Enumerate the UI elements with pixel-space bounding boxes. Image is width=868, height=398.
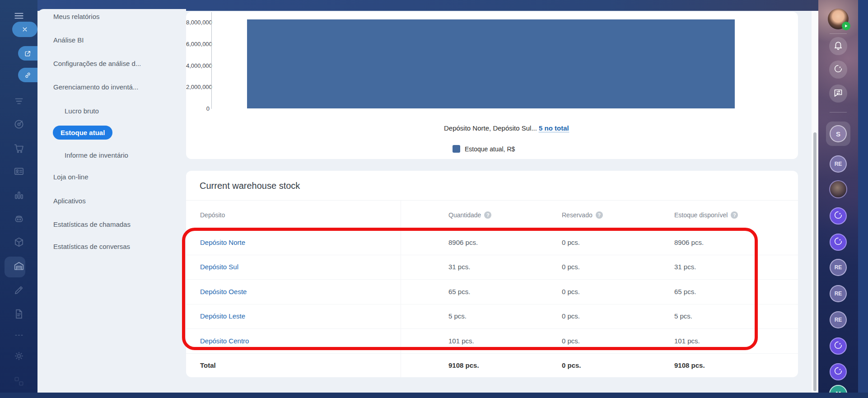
copilot-chat-button[interactable]: [830, 207, 847, 225]
chat-circle-re[interactable]: RE: [830, 285, 847, 302]
chart-legend-item[interactable]: Estoque atual, R$: [453, 145, 515, 153]
chat-circle-re[interactable]: RE: [830, 155, 847, 173]
chat-circle-re[interactable]: RE: [830, 259, 847, 276]
warehouse-link[interactable]: Depósito Oeste: [200, 279, 247, 304]
sidebar-item-estat-sticas-de-chamadas[interactable]: Estatísticas de chamadas: [53, 220, 131, 228]
column-header-quantidade: Quantidade ?: [448, 200, 491, 230]
warehouse-link[interactable]: Depósito Leste: [200, 304, 245, 329]
qty-cell: 8906 pcs.: [448, 230, 478, 255]
chat-circle-wrap[interactable]: RE: [818, 285, 858, 302]
chart-total-link[interactable]: 5 no total: [539, 124, 569, 132]
pinned-chat-box[interactable]: S: [826, 122, 850, 146]
close-button[interactable]: [12, 22, 37, 37]
rail-button-filter[interactable]: [0, 96, 37, 108]
y-axis-tick-label: 2,000,000: [186, 84, 210, 90]
total-label: Total: [200, 353, 216, 377]
copilot-chat-wrap[interactable]: [818, 207, 858, 225]
rail-button-target[interactable]: [0, 119, 37, 131]
bar-chart-icon: [13, 189, 25, 203]
chat-circle-re[interactable]: RE: [830, 311, 847, 328]
external-link-button[interactable]: [18, 46, 37, 61]
copilot-icon: [833, 340, 843, 352]
chat-arrows-icon-wrap[interactable]: [818, 84, 858, 103]
chat-circle-wrap[interactable]: RE: [818, 259, 858, 276]
chat-avatar-wrap[interactable]: [818, 180, 858, 198]
help-icon[interactable]: ?: [484, 211, 491, 219]
copilot-chat-wrap[interactable]: [818, 337, 858, 355]
copilot-chat-wrap[interactable]: [818, 234, 858, 251]
warehouse-link[interactable]: Depósito Centro: [200, 328, 249, 353]
rail-button-id-card[interactable]: [0, 166, 37, 178]
pinned-chat-wrap[interactable]: S: [818, 122, 858, 146]
chart-category-label: Depósito Norte, Depósito Sul...: [444, 124, 537, 132]
sidebar-item-aplicativos[interactable]: Aplicativos: [53, 197, 86, 205]
reserved-cell: 0 pcs.: [562, 328, 580, 353]
content-scrollbar[interactable]: [812, 11, 818, 393]
rail-button-bar-chart[interactable]: [0, 190, 37, 202]
reserved-cell: 0 pcs.: [562, 255, 580, 280]
sidebar-item-meus-relat-rios[interactable]: Meus relatórios: [53, 13, 100, 20]
chat-circle-wrap[interactable]: RE: [818, 311, 858, 328]
rail-button-grid[interactable]: [0, 376, 37, 388]
sidebar-item-an-lise-bi[interactable]: Análise BI: [53, 36, 84, 44]
qty-cell: 5 pcs.: [448, 304, 467, 329]
rail-button-cart[interactable]: [0, 143, 37, 155]
available-cell: 5 pcs.: [674, 304, 692, 329]
rail-button-gear[interactable]: [0, 351, 37, 363]
table-row: Depósito Norte8906 pcs.0 pcs.8906 pcs.: [186, 230, 798, 255]
column-header-reservado: Reservado ?: [562, 200, 603, 230]
help-icon[interactable]: ?: [731, 211, 738, 219]
user-avatar-wrap[interactable]: [818, 9, 858, 29]
stock-value-bar[interactable]: [247, 19, 735, 108]
rail-button-robot[interactable]: [0, 214, 37, 225]
pencil-icon: [13, 284, 25, 298]
sidebar-item-estat-sticas-de-conversas[interactable]: Estatísticas de conversas: [53, 243, 130, 250]
chat-avatar[interactable]: [829, 180, 847, 198]
rail-button-cube[interactable]: [0, 237, 37, 249]
copilot-button[interactable]: [829, 61, 847, 79]
copilot-chat-button[interactable]: [830, 337, 847, 355]
user-avatar[interactable]: [828, 9, 849, 29]
rail-divider: [818, 112, 858, 112]
sidebar-item-configura-es-de-an-lise-d[interactable]: Configurações de análise d...: [53, 60, 141, 67]
sidebar-item-loja-on-line[interactable]: Loja on-line: [53, 173, 89, 181]
warehouse-link[interactable]: Depósito Sul: [200, 255, 238, 280]
legend-label: Estoque atual, R$: [465, 145, 515, 153]
available-cell: 8906 pcs.: [674, 230, 704, 255]
sidebar-item-informe-de-invent-rio[interactable]: Informe de inventário: [65, 151, 128, 159]
copilot-chat-button[interactable]: [830, 363, 847, 380]
column-header-estoque-disponivel: Estoque disponível ?: [674, 200, 738, 230]
cart-icon: [13, 142, 25, 156]
qty-cell: 31 pcs.: [448, 255, 470, 280]
qty-cell: 65 pcs.: [448, 279, 470, 304]
copilot-chat-button[interactable]: [830, 234, 847, 251]
chat-arrows-button[interactable]: [829, 84, 847, 103]
y-axis-tick-label: 8,000,000: [186, 19, 210, 26]
legend-swatch: [453, 145, 460, 153]
rail-button-warehouse[interactable]: [0, 261, 37, 273]
rail-button-dots[interactable]: [0, 330, 37, 342]
rail-button-menu[interactable]: [0, 11, 37, 23]
table-total-row: Total 9108 pcs. 0 pcs. 9108 pcs.: [186, 353, 798, 377]
copilot-chat-wrap[interactable]: [818, 363, 858, 380]
rail-button-pencil[interactable]: [0, 285, 37, 297]
column-header-deposito: Depósito: [200, 200, 225, 230]
bell-button[interactable]: [829, 37, 847, 55]
help-icon[interactable]: ?: [596, 211, 603, 219]
sidebar-item-lucro-bruto[interactable]: Lucro bruto: [65, 107, 99, 115]
warehouse-link[interactable]: Depósito Norte: [200, 230, 245, 255]
chat-circle-wrap[interactable]: RE: [818, 155, 858, 173]
window-right-strip: [858, 0, 868, 398]
copilot-icon-wrap[interactable]: [818, 61, 858, 79]
chat-arrows-icon: [833, 87, 844, 100]
reserved-cell: 0 pcs.: [562, 279, 580, 304]
sidebar-item-estoque-atual[interactable]: Estoque atual: [53, 126, 112, 140]
sidebar-item-gerenciamento-do-invent[interactable]: Gerenciamento do inventá...: [53, 83, 138, 91]
bell-icon-wrap[interactable]: [818, 37, 858, 55]
rail-divider: [818, 33, 858, 34]
link-button[interactable]: [18, 68, 37, 82]
table-row: Depósito Centro101 pcs.0 pcs.101 pcs.: [186, 328, 798, 354]
scrollbar-thumb[interactable]: [813, 132, 817, 391]
bell-icon: [833, 40, 844, 52]
rail-button-document[interactable]: [0, 309, 37, 321]
